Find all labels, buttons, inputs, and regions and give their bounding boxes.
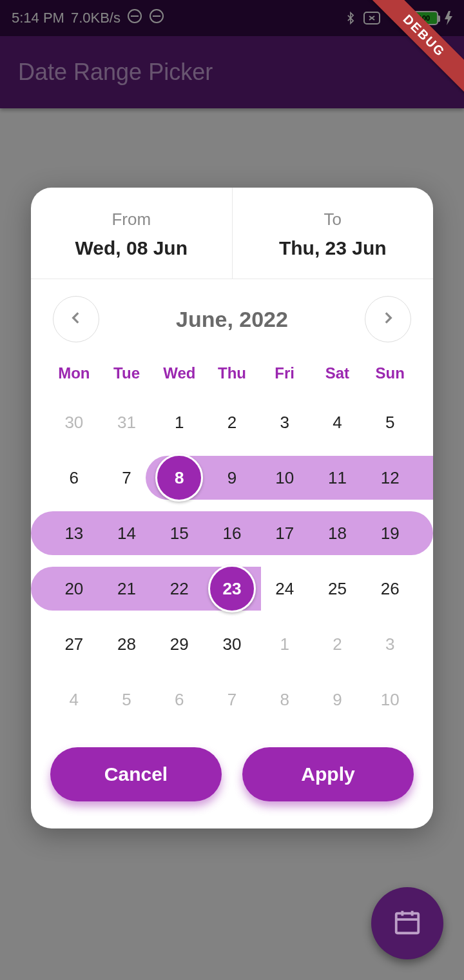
calendar-day[interactable]: 8 bbox=[153, 456, 206, 500]
calendar-week-row: 27282930123 bbox=[31, 622, 433, 666]
calendar-day: 9 bbox=[311, 678, 364, 721]
calendar-week-row: 6789101112 bbox=[31, 456, 433, 500]
calendar-day[interactable]: 14 bbox=[101, 511, 153, 555]
dow-sat: Sat bbox=[311, 358, 364, 389]
calendar-day[interactable]: 20 bbox=[48, 567, 101, 611]
calendar-day[interactable]: 4 bbox=[311, 400, 364, 444]
calendar-week-row: 13141516171819 bbox=[31, 511, 433, 555]
calendar-day: 1 bbox=[258, 622, 311, 666]
modal-overlay[interactable]: From Wed, 08 Jun To Thu, 23 Jun June, 20… bbox=[0, 0, 464, 980]
chevron-right-icon bbox=[380, 309, 396, 329]
calendar-day: 31 bbox=[101, 400, 153, 444]
calendar-icon bbox=[392, 907, 422, 939]
to-column[interactable]: To Thu, 23 Jun bbox=[233, 188, 434, 279]
calendar-day[interactable]: 18 bbox=[311, 511, 364, 555]
calendar-day: 5 bbox=[101, 678, 153, 721]
calendar-day[interactable]: 2 bbox=[206, 400, 258, 444]
calendar-day[interactable]: 1 bbox=[153, 400, 206, 444]
calendar-day: 3 bbox=[363, 622, 416, 666]
calendar-day[interactable]: 27 bbox=[48, 622, 101, 666]
from-value: Wed, 08 Jun bbox=[31, 237, 232, 259]
chevron-left-icon bbox=[68, 309, 84, 329]
dow-wed: Wed bbox=[153, 358, 206, 389]
picker-actions: Cancel Apply bbox=[31, 721, 433, 813]
calendar-week-row: 20212223242526 bbox=[31, 567, 433, 611]
calendar-day[interactable]: 29 bbox=[153, 622, 206, 666]
date-range-picker: From Wed, 08 Jun To Thu, 23 Jun June, 20… bbox=[31, 188, 433, 828]
calendar-day[interactable]: 5 bbox=[363, 400, 416, 444]
to-label: To bbox=[233, 210, 434, 230]
calendar-day[interactable]: 15 bbox=[153, 511, 206, 555]
calendar-day[interactable]: 24 bbox=[258, 567, 311, 611]
month-title: June, 2022 bbox=[176, 307, 288, 332]
calendar-day[interactable]: 10 bbox=[258, 456, 311, 500]
from-column[interactable]: From Wed, 08 Jun bbox=[31, 188, 233, 279]
range-header: From Wed, 08 Jun To Thu, 23 Jun bbox=[31, 188, 433, 279]
month-nav: June, 2022 bbox=[31, 279, 433, 349]
calendar-day: 4 bbox=[48, 678, 101, 721]
calendar-day[interactable]: 17 bbox=[258, 511, 311, 555]
calendar-day[interactable]: 26 bbox=[363, 567, 416, 611]
calendar-fab[interactable] bbox=[371, 887, 443, 959]
calendar-day[interactable]: 22 bbox=[153, 567, 206, 611]
from-label: From bbox=[31, 210, 232, 230]
prev-month-button[interactable] bbox=[53, 296, 99, 342]
weekday-header: Mon Tue Wed Thu Fri Sat Sun bbox=[31, 358, 433, 389]
calendar-day: 7 bbox=[206, 678, 258, 721]
to-value: Thu, 23 Jun bbox=[233, 237, 434, 259]
apply-button[interactable]: Apply bbox=[242, 747, 414, 801]
calendar-day[interactable]: 30 bbox=[206, 622, 258, 666]
dow-sun: Sun bbox=[363, 358, 416, 389]
calendar-week-row: 45678910 bbox=[31, 678, 433, 721]
calendar-day[interactable]: 28 bbox=[101, 622, 153, 666]
calendar-day[interactable]: 13 bbox=[48, 511, 101, 555]
calendar-day[interactable]: 21 bbox=[101, 567, 153, 611]
dow-thu: Thu bbox=[206, 358, 258, 389]
calendar-day: 2 bbox=[311, 622, 364, 666]
calendar-day[interactable]: 11 bbox=[311, 456, 364, 500]
calendar-day[interactable]: 7 bbox=[101, 456, 153, 500]
calendar-day[interactable]: 9 bbox=[206, 456, 258, 500]
svg-rect-5 bbox=[396, 914, 419, 934]
calendar-grid: 3031123456789101112131415161718192021222… bbox=[31, 400, 433, 721]
calendar-day: 30 bbox=[48, 400, 101, 444]
calendar-day[interactable]: 12 bbox=[363, 456, 416, 500]
next-month-button[interactable] bbox=[365, 296, 411, 342]
calendar-day: 8 bbox=[258, 678, 311, 721]
calendar-week-row: 303112345 bbox=[31, 400, 433, 444]
calendar-day: 6 bbox=[153, 678, 206, 721]
calendar-day[interactable]: 16 bbox=[206, 511, 258, 555]
calendar-day[interactable]: 19 bbox=[363, 511, 416, 555]
calendar-day: 10 bbox=[363, 678, 416, 721]
calendar-day[interactable]: 25 bbox=[311, 567, 364, 611]
dow-fri: Fri bbox=[258, 358, 311, 389]
calendar-day[interactable]: 23 bbox=[206, 567, 258, 611]
cancel-button[interactable]: Cancel bbox=[50, 747, 222, 801]
calendar-day[interactable]: 3 bbox=[258, 400, 311, 444]
dow-mon: Mon bbox=[48, 358, 101, 389]
calendar-day[interactable]: 6 bbox=[48, 456, 101, 500]
dow-tue: Tue bbox=[101, 358, 153, 389]
